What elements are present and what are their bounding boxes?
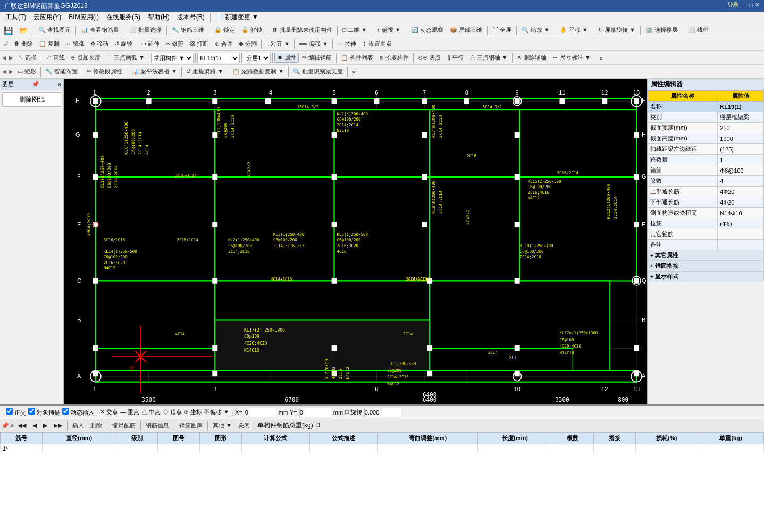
tb3-line[interactable]: ⟋ 直线 bbox=[43, 53, 68, 63]
menu-bim[interactable]: BIM应用(I) bbox=[65, 12, 102, 23]
left-panel-pin[interactable]: 📌 bbox=[32, 81, 39, 88]
prop-row-6[interactable]: 跨数量1 bbox=[648, 155, 764, 165]
window-minimize[interactable]: — bbox=[741, 2, 747, 9]
tb-2d[interactable]: □ 二维 ▼ bbox=[340, 25, 370, 35]
tb-select-floor[interactable]: 🏢 选择楼层 bbox=[643, 25, 681, 35]
prop-val-4[interactable]: 1900 bbox=[718, 133, 764, 144]
tb3-arc[interactable]: ⌒ 三点画弧 ▼ bbox=[104, 53, 147, 63]
midpoint-btn[interactable]: △ 中点 bbox=[141, 408, 161, 416]
tb2-delete[interactable]: 🗑 删除 bbox=[11, 39, 36, 49]
prop-val-9[interactable]: 4Φ20 bbox=[718, 187, 764, 197]
rebar-next[interactable]: ▶ bbox=[40, 421, 50, 430]
tb-save[interactable]: 💾 bbox=[1, 25, 15, 36]
tb2-stretch[interactable]: ↔ 拉伸 bbox=[334, 39, 359, 49]
prop-row-5[interactable]: 轴线距梁左边线距(125) bbox=[648, 144, 764, 155]
tb2-split[interactable]: ⊗ 分割 bbox=[236, 39, 259, 49]
tb2-extend[interactable]: ↦ 延伸 bbox=[139, 39, 162, 49]
tb3-dim[interactable]: ↔ 尺寸标注 ▼ bbox=[550, 53, 593, 63]
prop-section-15[interactable]: + 其它属性 bbox=[648, 250, 764, 261]
tb-dynamic-view[interactable]: 🔄 动态观察 bbox=[408, 25, 446, 35]
rotate-input[interactable] bbox=[364, 408, 401, 417]
menu-help[interactable]: 帮助(H) bbox=[145, 12, 173, 23]
window-close[interactable]: ✕ bbox=[755, 2, 760, 9]
left-panel-close[interactable]: × bbox=[58, 81, 61, 88]
rebar-prev[interactable]: ◀ bbox=[30, 421, 39, 430]
tb2-mirror[interactable]: ↔ 镜像 bbox=[63, 39, 87, 49]
y-input[interactable] bbox=[299, 408, 331, 417]
prop-row-12[interactable]: 拉筋(Φ6) bbox=[648, 218, 764, 229]
tb-batch-select[interactable]: ⬜ 批量选择 bbox=[127, 25, 164, 35]
cross-btn[interactable]: ✕ 交点 bbox=[100, 408, 118, 416]
prop-row-10[interactable]: 下部通长筋4Φ20 bbox=[648, 197, 764, 208]
snap-check[interactable] bbox=[28, 408, 35, 415]
tb3-parallel[interactable]: ∥ 平行 bbox=[444, 53, 466, 63]
tb-view-rebar[interactable]: 📊 查看钢筋量 bbox=[78, 25, 122, 35]
window-maximize[interactable]: □ bbox=[749, 2, 753, 9]
tb2-trim[interactable]: ✂ 修剪 bbox=[163, 39, 186, 49]
menu-version[interactable]: 版本号(B) bbox=[174, 12, 208, 23]
rebar-other[interactable]: 其他 ▼ bbox=[210, 420, 234, 430]
prop-val-8[interactable]: 4 bbox=[718, 176, 764, 187]
prop-val-2[interactable]: 楼层框架梁 bbox=[718, 112, 764, 123]
tb-batch-delete[interactable]: 🗑 批量删除未使用构件 bbox=[270, 25, 335, 35]
menu-tools[interactable]: 工具(T) bbox=[2, 12, 29, 23]
orthogonal-check[interactable] bbox=[6, 408, 13, 415]
tb3-component-list[interactable]: 📋 构件列表 bbox=[338, 53, 376, 63]
tb-find-element[interactable]: 🔍 查找图元 bbox=[36, 25, 73, 35]
center-btn[interactable]: — 重点 bbox=[120, 408, 139, 416]
no-offset-btn[interactable]: 不偏移 ▼ bbox=[204, 408, 229, 416]
rebar-drawing[interactable]: 钢筋图库 bbox=[177, 420, 205, 430]
tb3-three-point-axis[interactable]: △ 三点钢轴 ▼ bbox=[467, 53, 510, 63]
prop-val-1[interactable]: KL19(1) bbox=[718, 102, 764, 112]
tb2-align[interactable]: ≡ 对齐 ▼ bbox=[263, 39, 292, 49]
menu-cloud[interactable]: 云应用(Y) bbox=[30, 12, 64, 23]
tb3-two-point[interactable]: ⊙⊙ 两点 bbox=[415, 53, 443, 63]
tb-pan[interactable]: ✋ 平移 ▼ bbox=[557, 25, 591, 35]
prop-val-7[interactable]: Φ8@100 bbox=[718, 165, 764, 176]
prop-val-11[interactable]: N14Φ10 bbox=[718, 208, 764, 218]
rebar-insert[interactable]: 插入 bbox=[70, 420, 87, 430]
tb-fullscreen[interactable]: ⛶ 全屏 bbox=[490, 25, 514, 35]
prop-row-13[interactable]: 其它箍筋 bbox=[648, 229, 764, 240]
tb2-merge[interactable]: ⊕ 合并 bbox=[212, 39, 236, 49]
prop-row-7[interactable]: 箍筋Φ8@100 bbox=[648, 165, 764, 176]
tb4-re-extract-span[interactable]: ↺ 重提梁跨 ▼ bbox=[183, 66, 226, 77]
rebar-first[interactable]: ◀◀ bbox=[15, 421, 29, 430]
x-input[interactable] bbox=[245, 408, 276, 417]
prop-section-23[interactable]: + 锚固搭接 bbox=[648, 261, 764, 272]
prop-val-3[interactable]: 250 bbox=[718, 123, 764, 133]
prop-row-1[interactable]: 名称KL19(1) bbox=[648, 102, 764, 112]
tb2-copy[interactable]: 📋 复制 bbox=[36, 39, 62, 49]
tb4-smart-layout[interactable]: 🔧 智能布置 bbox=[43, 66, 80, 77]
menu-online[interactable]: 在线服务(S) bbox=[103, 12, 144, 23]
tb2-break[interactable]: ⛓ 打断 bbox=[187, 39, 211, 49]
dynamic-check[interactable] bbox=[62, 408, 69, 415]
tb2-rotate[interactable]: ↺ 旋转 bbox=[112, 39, 135, 49]
tb-zoom[interactable]: 🔍 缩放 ▼ bbox=[519, 25, 552, 35]
rebar-info[interactable]: 钢筋信息 bbox=[143, 420, 172, 430]
cad-canvas-area[interactable]: Y 1 2 3 4 5 6 7 8 9 11 12 13 1 3 6 10 1 bbox=[64, 79, 647, 404]
tb4-more2[interactable]: » bbox=[349, 67, 358, 76]
tb4-copy-span-data[interactable]: 📋 梁跨数据复制 ▼ bbox=[230, 66, 287, 77]
tb-close2[interactable]: × bbox=[10, 422, 14, 429]
tb-unlock[interactable]: 🔓 解锁 bbox=[239, 25, 265, 35]
tb3-delete-axis[interactable]: ✕ 删除辅轴 bbox=[514, 53, 549, 63]
tb3-point-length[interactable]: ⊙ 点加长度 bbox=[68, 53, 103, 63]
rebar-last[interactable]: ▶▶ bbox=[51, 421, 65, 430]
prop-row-4[interactable]: 截面高度(mm)1900 bbox=[648, 133, 764, 144]
rebar-delete[interactable]: 删除 bbox=[88, 420, 105, 430]
prop-row-9[interactable]: 上部通长筋4Φ20 bbox=[648, 187, 764, 197]
tb-open[interactable]: 📂 bbox=[16, 25, 31, 36]
cad-drawing[interactable]: Y 1 2 3 4 5 6 7 8 9 11 12 13 1 3 6 10 1 bbox=[64, 79, 647, 404]
tb-rebar-3d[interactable]: 🔧 钢筋三维 bbox=[169, 25, 207, 35]
tb-wireframe[interactable]: ⬜ 线框 bbox=[685, 25, 711, 35]
prop-row-14[interactable]: 备注 bbox=[648, 240, 764, 250]
kl-select[interactable]: KL19(1) bbox=[197, 53, 240, 63]
tb3-pick-component[interactable]: ⊕ 拾取构件 bbox=[376, 53, 412, 63]
tb4-beam-table[interactable]: 📊 梁平法表格 ▼ bbox=[129, 66, 180, 77]
tb-local-3d[interactable]: 📦 局部三维 bbox=[447, 25, 485, 35]
prop-val-13[interactable] bbox=[718, 229, 764, 240]
floor-select[interactable]: 分层1 bbox=[244, 53, 271, 63]
prop-row-8[interactable]: 胶数4 bbox=[648, 176, 764, 187]
prop-row-2[interactable]: 类别楼层框架梁 bbox=[648, 112, 764, 123]
